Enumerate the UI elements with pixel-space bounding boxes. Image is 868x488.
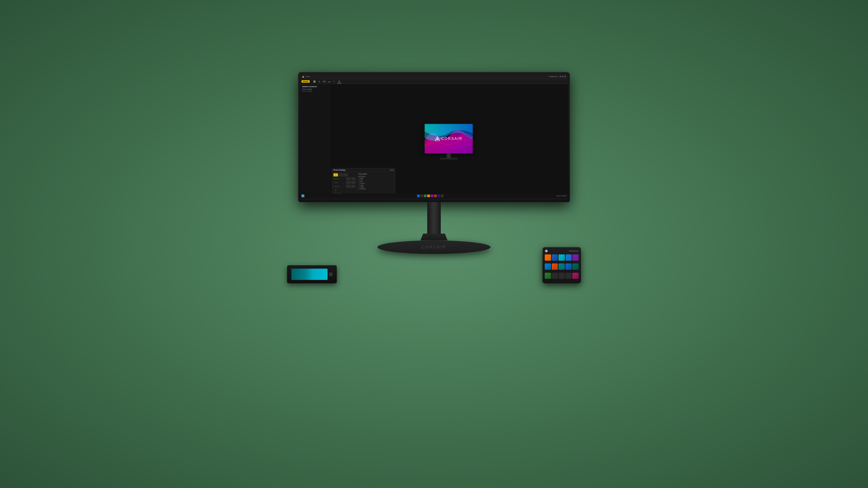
monitor-container: Home Dashboard Default 🖼	[298, 72, 569, 254]
sd-key-3[interactable]	[559, 254, 565, 261]
preview-screen: CORSAIR	[425, 124, 473, 153]
taskbar-icon-3[interactable]	[424, 195, 427, 197]
preview-stand-base	[440, 158, 458, 160]
settings-row-3: Contrast - +	[333, 181, 355, 184]
sd-key-1[interactable]	[545, 254, 551, 261]
settings-btn-3[interactable]	[343, 173, 348, 176]
tab-display[interactable]: ⊞	[317, 80, 321, 84]
window-minimize-btn[interactable]	[559, 76, 561, 77]
settings-btn-2[interactable]	[338, 173, 343, 176]
settings-icon-extra	[333, 189, 338, 192]
sd-key-11[interactable]	[545, 273, 551, 279]
corsair-brand-text: CORSAIR	[441, 137, 463, 141]
sd-key-2[interactable]	[552, 254, 558, 261]
panel-body: ☀ Brightness - +	[332, 172, 395, 196]
sidebar-sound-settings[interactable]: Sound Settings	[302, 90, 328, 92]
profile-selector[interactable]: Default	[302, 80, 310, 83]
corsair-brand-logo: CORSAIR	[435, 136, 463, 141]
icue-application: Home Dashboard Default 🖼	[300, 74, 568, 198]
tab-picture[interactable]: 🖼	[312, 80, 316, 84]
picture-settings-panel: Picture Settings ⚙ ×	[332, 168, 395, 196]
panel-settings-btn[interactable]: ⚙	[390, 169, 392, 171]
settings-btn-contrast-plus[interactable]: +	[351, 181, 355, 184]
mode-label-freergb: FreeRGB	[360, 188, 366, 190]
panel-close-btn[interactable]: ×	[392, 169, 394, 171]
corsair-wallpaper: CORSAIR	[425, 124, 473, 153]
mode-game[interactable]: Game	[359, 185, 394, 186]
preview-bezel: CORSAIR	[424, 123, 473, 153]
taskbar-icon-1[interactable]	[417, 195, 420, 197]
elgato-device	[287, 265, 337, 283]
mode-srgb[interactable]: sRGB	[359, 186, 394, 188]
settings-btn-brightness-minus[interactable]: -	[346, 177, 350, 180]
mode-cinema[interactable]: Cinema	[359, 183, 394, 184]
radio-freergb	[359, 188, 360, 190]
sd-key-9[interactable]	[565, 263, 572, 270]
taskbar-start-button[interactable]	[302, 195, 304, 197]
settings-btn-sharp-minus[interactable]: -	[346, 185, 350, 188]
mode-label-cinema: Cinema	[360, 183, 365, 184]
settings-btn-brightness-plus[interactable]: +	[351, 177, 355, 180]
sd-key-12[interactable]	[552, 273, 558, 279]
panel-header: Picture Settings ⚙ ×	[332, 168, 395, 172]
monitor-preview: CORSAIR	[424, 123, 473, 159]
tab-aspect[interactable]: ▬	[327, 80, 331, 84]
taskbar-icon-7[interactable]	[437, 195, 440, 197]
sd-key-8[interactable]	[559, 263, 565, 270]
icue-main-content: XENEON 32UHD144 Picture Settings Sound S…	[300, 84, 568, 198]
taskbar-icon-5[interactable]	[431, 195, 433, 197]
sd-key-6[interactable]	[545, 263, 551, 270]
taskbar-time: 12:45	[556, 195, 560, 197]
sd-key-13[interactable]	[559, 273, 565, 279]
mode-fps[interactable]: FPS	[359, 179, 394, 181]
window-maximize-btn[interactable]	[562, 76, 563, 77]
settings-row-1: ☀	[333, 173, 355, 176]
sd-key-7[interactable]	[552, 263, 558, 270]
sd-key-4[interactable]	[565, 254, 572, 261]
monitor-bottom-logo: CORSAIR	[429, 199, 438, 201]
radio-fps	[359, 180, 360, 181]
svg-marker-0	[302, 76, 304, 77]
settings-label-sharpness: Sharpness	[333, 186, 346, 187]
sd-key-14[interactable]	[565, 273, 572, 279]
window-close-btn[interactable]	[564, 76, 566, 77]
panel-controls: ⚙ ×	[390, 169, 394, 171]
sd-key-5[interactable]	[572, 254, 579, 261]
mode-movie[interactable]: Movie	[359, 177, 394, 179]
tab-color[interactable]: ✏	[332, 80, 336, 84]
settings-row-4: Sharpness - +	[333, 185, 355, 188]
elgato-button[interactable]	[329, 272, 333, 276]
sd-key-15[interactable]	[572, 273, 579, 279]
taskbar-icon-4[interactable]	[427, 195, 430, 197]
settings-btn-sharp-plus[interactable]: +	[351, 185, 355, 188]
monitor-bottom-bezel: CORSAIR	[300, 198, 568, 202]
tab-monitor[interactable]: 🖥	[337, 80, 341, 84]
settings-row-2: Brightness - +	[333, 177, 355, 180]
sidebar-picture-settings[interactable]: Picture Settings	[302, 88, 328, 90]
taskbar-icon-8[interactable]	[441, 195, 443, 197]
settings-btn-contrast-minus[interactable]: -	[346, 181, 350, 184]
settings-grid: ☀ Brightness - +	[332, 172, 357, 196]
mode-standard[interactable]: Standard	[359, 175, 394, 177]
taskbar-icon-6[interactable]	[434, 195, 437, 197]
stand-base-logo-text: CORSAIR	[422, 245, 446, 250]
elgato-screen	[291, 269, 328, 280]
mode-rts[interactable]: RTS	[359, 181, 394, 182]
settings-btn-active[interactable]: ☀	[333, 173, 338, 176]
radio-srgb	[359, 187, 360, 188]
icue-nav-home[interactable]: Home	[305, 75, 549, 77]
tab-source[interactable]: ⌨	[322, 80, 327, 84]
sd-key-10[interactable]	[572, 263, 579, 270]
radio-rts	[359, 181, 360, 182]
mode-label-srgb: sRGB	[360, 186, 364, 188]
settings-label-2: Contrast	[333, 182, 346, 183]
mode-label-game: Game	[360, 185, 364, 186]
icue-toolbar: Default 🖼 ⊞ ⌨ ▬ ✏ 🖥	[300, 79, 568, 84]
radio-movie	[359, 177, 360, 179]
corsair-logo-icon	[435, 136, 440, 141]
stand-base: CORSAIR	[377, 240, 491, 254]
taskbar-icon-2[interactable]	[421, 195, 423, 197]
picture-mode-title: Picture Mode	[359, 173, 394, 175]
mode-freergb[interactable]: FreeRGB	[359, 188, 394, 190]
icue-nav-dashboard[interactable]: Dashboard	[549, 75, 558, 77]
